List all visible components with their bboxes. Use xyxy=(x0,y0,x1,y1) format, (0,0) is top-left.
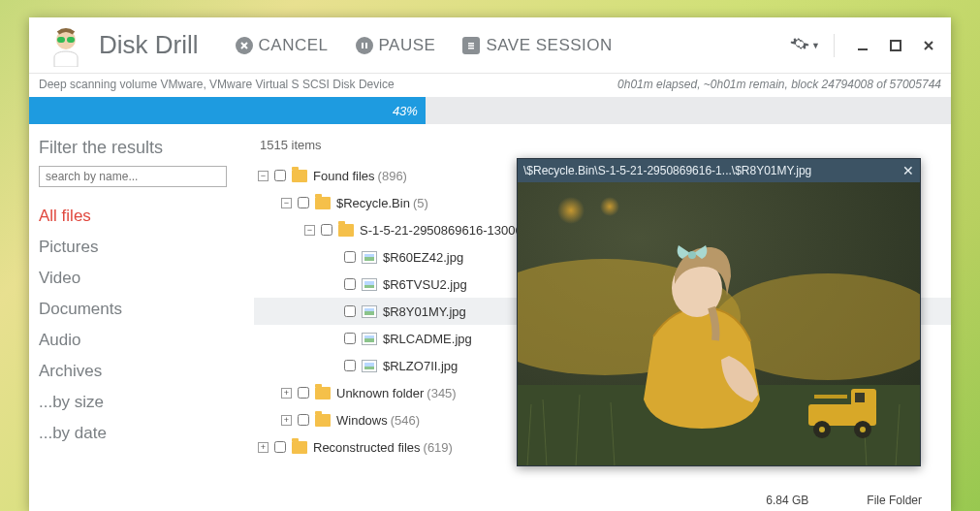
row-checkbox[interactable] xyxy=(298,387,309,399)
settings-button[interactable]: ▼ xyxy=(790,34,835,57)
row-checkbox[interactable] xyxy=(344,360,356,371)
pause-button[interactable]: PAUSE xyxy=(356,36,436,55)
status-bar: 6.84 GB File Folder xyxy=(254,490,951,511)
row-label: Found files xyxy=(313,169,375,183)
image-file-icon xyxy=(362,278,377,291)
preview-path: \$Recycle.Bin\S-1-5-21-2950869616-1...\$… xyxy=(523,164,811,177)
row-checkbox[interactable] xyxy=(344,305,356,317)
row-checkbox[interactable] xyxy=(344,251,356,263)
svg-point-23 xyxy=(688,251,696,259)
cancel-icon xyxy=(236,37,253,54)
filter--by-date[interactable]: ...by date xyxy=(39,418,254,449)
row-checkbox[interactable] xyxy=(298,414,309,426)
window-controls: ▼ xyxy=(790,34,937,57)
scan-status: Deep scanning volume VMware, VMware Virt… xyxy=(29,74,951,97)
row-label: $R8Y01MY.jpg xyxy=(383,304,466,319)
sidebar: Filter the results All filesPicturesVide… xyxy=(29,124,254,511)
row-count: (896) xyxy=(378,169,407,183)
progress-bar-track: 43% xyxy=(29,97,951,124)
row-count: (546) xyxy=(391,413,420,428)
search-input[interactable] xyxy=(39,166,227,187)
image-file-icon xyxy=(362,251,377,264)
svg-rect-3 xyxy=(362,43,364,48)
filter-pictures[interactable]: Pictures xyxy=(39,232,254,263)
filter--by-size[interactable]: ...by size xyxy=(39,387,254,418)
row-label: $RLCADME.jpg xyxy=(383,332,472,346)
row-label: $Recycle.Bin xyxy=(336,196,410,210)
pause-label: PAUSE xyxy=(379,36,436,55)
filter-heading: Filter the results xyxy=(39,138,254,158)
folder-icon xyxy=(338,224,354,237)
image-file-icon xyxy=(362,305,377,318)
svg-rect-6 xyxy=(468,45,474,47)
preview-popup: \$Recycle.Bin\S-1-5-21-2950869616-1...\$… xyxy=(517,158,921,466)
svg-rect-1 xyxy=(57,37,65,43)
row-checkbox[interactable] xyxy=(274,170,286,181)
cancel-label: CANCEL xyxy=(259,36,329,55)
row-checkbox[interactable] xyxy=(274,441,286,453)
progress-percent: 43% xyxy=(393,104,418,118)
filter-documents[interactable]: Documents xyxy=(39,294,254,325)
svg-point-30 xyxy=(860,427,866,432)
folder-icon xyxy=(292,170,307,182)
expand-toggle[interactable]: − xyxy=(281,198,292,208)
row-count: (619) xyxy=(424,440,453,455)
folder-icon xyxy=(315,414,331,427)
filter-audio[interactable]: Audio xyxy=(39,325,254,356)
image-file-icon xyxy=(362,360,377,372)
save-icon xyxy=(462,37,480,54)
row-checkbox[interactable] xyxy=(321,224,332,236)
cancel-button[interactable]: CANCEL xyxy=(236,36,329,55)
gear-icon xyxy=(790,34,809,57)
expand-toggle[interactable]: + xyxy=(258,442,269,453)
svg-rect-31 xyxy=(814,395,847,399)
row-label: Reconstructed files xyxy=(313,440,421,455)
row-count: (345) xyxy=(427,386,456,400)
svg-point-13 xyxy=(557,197,585,224)
expand-toggle[interactable]: − xyxy=(304,225,315,236)
status-type: File Folder xyxy=(867,494,922,507)
maximize-button[interactable] xyxy=(887,37,904,54)
save-session-button[interactable]: SAVE SESSION xyxy=(462,36,612,55)
pause-icon xyxy=(356,37,373,54)
folder-icon xyxy=(315,197,331,209)
row-label: Unknown folder xyxy=(336,386,424,400)
filter-archives[interactable]: Archives xyxy=(39,356,254,387)
folder-icon xyxy=(315,387,331,399)
items-count: 1515 items xyxy=(260,138,951,152)
row-label: Windows xyxy=(336,413,388,428)
folder-icon xyxy=(292,441,307,454)
row-label: $R6TVSU2.jpg xyxy=(383,277,467,292)
svg-rect-4 xyxy=(365,43,367,48)
status-size: 6.84 GB xyxy=(766,494,808,507)
row-checkbox[interactable] xyxy=(344,333,356,344)
close-button[interactable] xyxy=(920,37,937,54)
progress-bar-fill: 43% xyxy=(29,97,426,124)
minimize-button[interactable] xyxy=(854,37,871,54)
filter-all-files[interactable]: All files xyxy=(39,201,254,232)
row-count: (5) xyxy=(413,196,428,210)
scan-status-text: Deep scanning volume VMware, VMware Virt… xyxy=(39,78,395,91)
titlebar: Disk Drill CANCEL PAUSE SAVE SESSION xyxy=(29,17,951,74)
svg-rect-8 xyxy=(858,48,868,50)
svg-rect-26 xyxy=(855,393,865,402)
preview-header[interactable]: \$Recycle.Bin\S-1-5-21-2950869616-1...\$… xyxy=(518,159,920,182)
row-label: $RLZO7II.jpg xyxy=(383,359,458,373)
svg-point-14 xyxy=(600,197,619,216)
preview-close-icon[interactable]: ✕ xyxy=(902,163,914,178)
svg-point-29 xyxy=(819,427,825,432)
chevron-down-icon: ▼ xyxy=(811,41,820,50)
svg-rect-2 xyxy=(67,37,75,43)
preview-image xyxy=(518,182,920,465)
row-checkbox[interactable] xyxy=(344,278,356,290)
row-label: S-1-5-21-2950869616-13006 xyxy=(360,223,522,238)
filter-video[interactable]: Video xyxy=(39,263,254,294)
svg-rect-7 xyxy=(468,48,474,49)
row-label: $R60EZ42.jpg xyxy=(383,250,463,265)
expand-toggle[interactable]: + xyxy=(281,388,292,399)
expand-toggle[interactable]: − xyxy=(258,171,269,181)
svg-rect-9 xyxy=(891,41,901,50)
row-checkbox[interactable] xyxy=(298,197,309,208)
expand-toggle[interactable]: + xyxy=(281,415,292,426)
image-file-icon xyxy=(362,333,377,345)
